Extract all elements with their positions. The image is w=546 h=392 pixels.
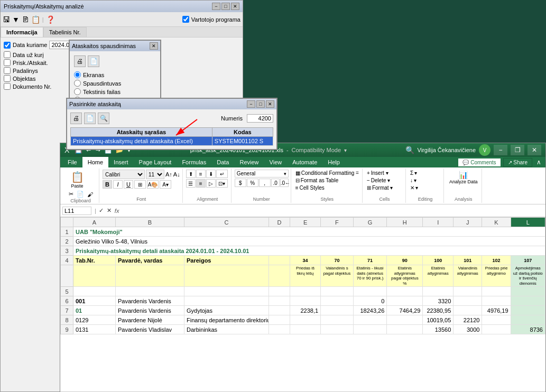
align-bottom-btn[interactable]: ⬇ [206,170,216,178]
cell-c9[interactable]: Darbininkas [184,325,269,334]
tab-page-layout[interactable]: Page Layout [134,157,177,167]
col-header-h[interactable]: H [387,218,423,227]
cell-f4[interactable]: 70 [321,256,354,265]
cell-k9[interactable] [482,325,511,334]
cell-e9[interactable] [290,325,321,334]
cell-e5[interactable] [290,287,321,296]
cell-c6[interactable] [184,296,269,306]
cell-k6[interactable] [482,296,511,306]
mode-dropdown[interactable]: ▾ [344,147,347,153]
cell-h4b[interactable]: Etatinis atlyginimas pagal objektus % [387,265,423,287]
cell-f5[interactable] [321,287,354,296]
wrap-text-btn[interactable]: ↵ [216,170,228,178]
cell-k4b[interactable]: Priedas prie atlyginimo [482,265,511,287]
cell-a9[interactable]: 0131 [73,325,116,334]
cell-d5[interactable] [269,287,290,296]
align-right-btn[interactable]: ▷ [206,179,216,188]
fill-btn[interactable]: ↓ ▾ [409,177,441,184]
cell-d7[interactable] [269,306,290,315]
cell-k8[interactable] [482,315,511,325]
copy-btn[interactable]: 📄 [76,190,85,198]
comma-btn[interactable]: , [259,179,271,187]
cell-j7[interactable] [454,306,482,315]
minimize-button[interactable]: − [212,3,220,10]
cell-a6[interactable]: 001 [73,296,116,306]
cell-g4b[interactable]: Etatinis - likusi dalis (atmetus 70 ir 9… [353,265,387,287]
cell-f7[interactable] [321,306,354,315]
analyze-data-btn[interactable]: 📊 Analyze Data [447,170,480,185]
print-dialog-close[interactable]: ✕ [150,42,158,50]
cell-a5[interactable] [73,287,116,296]
toolbar-icon-5[interactable]: ❓ [46,15,55,24]
col-header-c[interactable]: C [184,218,269,227]
bold-btn[interactable]: B [103,180,112,189]
close-button[interactable]: ✕ [231,3,239,10]
delete-cells-btn[interactable]: − Delete ▾ [366,177,403,184]
font-increase-btn[interactable]: A↑ [165,171,172,178]
cut-btn[interactable]: ✂ [68,190,75,198]
toolbar-icon-2[interactable]: ▼ [12,15,20,24]
print-icon[interactable]: 🖨 [74,55,86,67]
tab-formulas[interactable]: Formulas [177,157,211,167]
cell-reference-input[interactable] [62,207,91,215]
excel-restore-btn[interactable]: ❐ [511,145,524,155]
cancel-formula-btn[interactable]: ✕ [107,207,112,214]
font-family-select[interactable]: Calibri [103,170,145,179]
conditional-formatting-btn[interactable]: ▦ Conditional Formatting = [294,170,360,176]
format-painter-btn[interactable]: 🖌 [86,190,94,198]
merge-cells-btn[interactable]: ⊡▾ [216,179,228,188]
cell-c7[interactable]: Gydytojas [184,306,269,315]
search-icon[interactable]: 🔍 [405,146,414,154]
cell-d6[interactable] [269,296,290,306]
cell-k7[interactable]: 4976,19 [482,306,511,315]
cell-h4[interactable]: 90 [387,256,423,265]
tab-help[interactable]: Help [322,157,345,167]
cell-g8[interactable] [353,315,387,325]
insert-cells-btn[interactable]: + Insert ▾ [366,170,403,176]
objektas-checkbox[interactable] [4,75,11,82]
cell-d4b[interactable] [269,265,290,287]
select-print-icon[interactable]: 🖨 [70,113,82,124]
cell-g9[interactable] [353,325,387,334]
font-decrease-btn[interactable]: A↓ [173,171,180,178]
cell-c4[interactable]: Pareigos [184,256,269,265]
cell-l4b[interactable]: Apmokėjimas už darbą poilsio ir švenčių … [511,265,545,287]
print-icon-2[interactable]: 📄 [88,55,99,67]
formula-input[interactable] [121,208,543,214]
cell-c5[interactable] [184,287,269,296]
cell-c4b[interactable] [184,265,269,287]
col-header-l[interactable]: L [511,218,545,227]
cell-i4b[interactable]: Etatinis atlyginimas [423,265,454,287]
vartotojo-programa-checkbox[interactable] [182,16,189,23]
cell-i5[interactable] [423,287,454,296]
cell-d4[interactable] [269,256,290,265]
cell-j9[interactable]: 3000 [454,325,482,334]
format-as-table-btn[interactable]: ⊟ Format as Table [294,177,360,184]
select-icon-3[interactable]: 🔍 [98,113,109,124]
cell-b6[interactable]: Pavardenis Vardenis [116,296,184,306]
prisk-atsk-checkbox[interactable] [4,59,11,66]
col-header-d[interactable]: D [269,218,290,227]
tab-file[interactable]: File [62,157,82,167]
cell-l7[interactable] [511,306,545,315]
format-cells-btn[interactable]: ⊞ Format ▾ [366,184,403,191]
cell-f8[interactable] [321,315,354,325]
cell-j4b[interactable]: Valandinis atlyginimas [454,265,482,287]
cell-k5[interactable] [482,287,511,296]
tab-data[interactable]: Data [211,157,234,167]
cell-l8[interactable] [511,315,545,325]
align-center-btn[interactable]: ≡ [196,179,206,188]
cell-a7[interactable]: 01 [73,306,116,315]
tab-review[interactable]: Review [234,157,264,167]
cell-f4b[interactable]: Valandinis s pagal objektus [321,265,354,287]
cell-a4[interactable]: Tab.Nr. [73,256,116,265]
font-color-btn[interactable]: A▾ [160,180,171,189]
increase-decimal-btn[interactable]: .0 [271,179,280,187]
cell-g4[interactable]: 71 [353,256,387,265]
cell-b8[interactable]: Pavardene Nijolė [116,315,184,325]
table-row[interactable]: Priskaitymų-atskaitymų detali ataskaita … [71,137,273,146]
cell-g6[interactable]: 0 [353,296,387,306]
decrease-decimal-btn[interactable]: .0← [280,179,289,187]
cell-j6[interactable] [454,296,482,306]
font-size-select[interactable]: 11 [146,170,164,179]
